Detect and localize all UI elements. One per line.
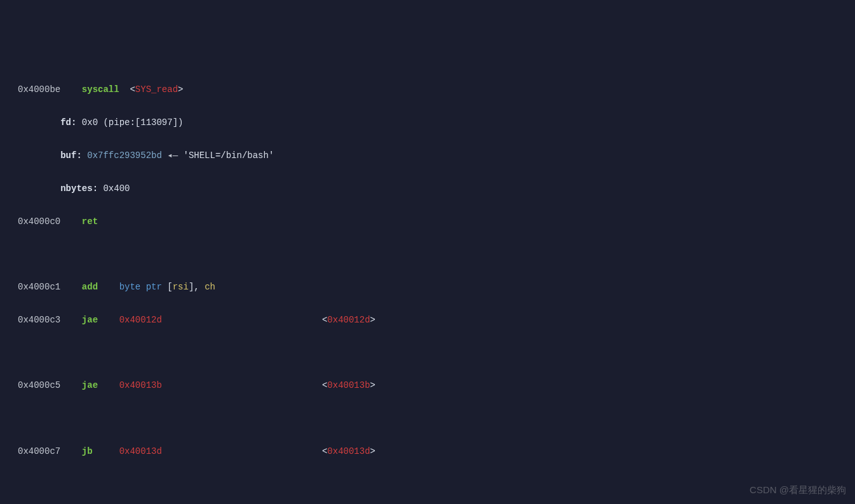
disasm-line: 0x4000c0 ret xyxy=(0,214,855,230)
disasm-line: 0x4000be syscall <SYS_read> xyxy=(0,82,855,98)
disasm-line: 0x4000c5 jae 0x40013b <0x40013b> xyxy=(0,378,855,394)
disasm-arg: nbytes: 0x400 xyxy=(0,181,855,197)
blank-line xyxy=(0,246,855,263)
blank-line xyxy=(0,411,855,427)
disasm-line: 0x4000c3 jae 0x40012d <0x40012d> xyxy=(0,312,855,329)
watermark: CSDN @看星猩的柴狗 xyxy=(750,481,846,499)
disasm-arg: buf: 0x7ffc293952bd ◂— 'SHELL=/bin/bash' xyxy=(0,148,855,164)
disasm-line: 0x4000c7 jb 0x40013d <0x40013d> xyxy=(0,444,855,460)
disasm-line: 0x4000c1 add byte ptr [rsi], ch xyxy=(0,279,855,296)
blank-line xyxy=(0,345,855,362)
disasm-arg: fd: 0x0 (pipe:[113097]) xyxy=(0,115,855,131)
syscall-name: SYS_read xyxy=(135,84,178,95)
disassembly-block: 0x4000be syscall <SYS_read> fd: 0x0 (pip… xyxy=(0,66,855,477)
